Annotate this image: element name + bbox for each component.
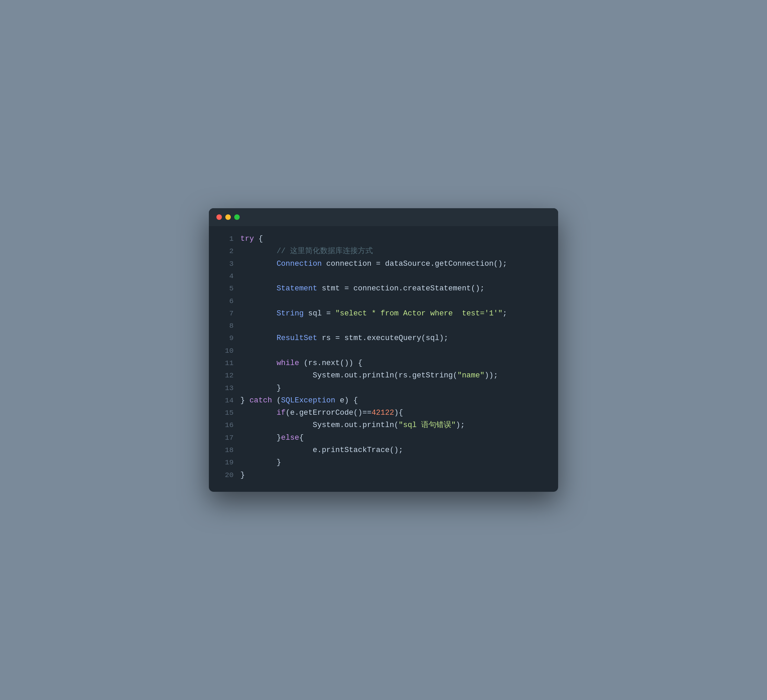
code-line-5: 5 Statement stmt = connection.createStat…: [209, 283, 558, 295]
code-line-7: 7 String sql = "select * from Actor wher…: [209, 307, 558, 320]
code-line-13: 13 }: [209, 382, 558, 395]
code-line-10: 10: [209, 345, 558, 357]
code-line-8: 8: [209, 320, 558, 332]
code-line-4: 4: [209, 270, 558, 283]
close-button[interactable]: [216, 215, 222, 220]
code-line-2: 2 // 这里简化数据库连接方式: [209, 245, 558, 258]
code-window: 1 try { 2 // 这里简化数据库连接方式 3 Connection co…: [209, 208, 558, 492]
code-line-9: 9 ResultSet rs = stmt.executeQuery(sql);: [209, 332, 558, 345]
code-line-19: 19 }: [209, 457, 558, 469]
minimize-button[interactable]: [225, 215, 231, 220]
titlebar: [209, 208, 558, 226]
code-line-11: 11 while (rs.next()) {: [209, 357, 558, 369]
code-editor: 1 try { 2 // 这里简化数据库连接方式 3 Connection co…: [209, 226, 558, 492]
code-line-1: 1 try {: [209, 233, 558, 245]
code-line-20: 20 }: [209, 469, 558, 482]
code-line-16: 16 System.out.println("sql 语句错误");: [209, 419, 558, 431]
code-line-6: 6: [209, 295, 558, 307]
code-line-18: 18 e.printStackTrace();: [209, 444, 558, 457]
code-line-15: 15 if(e.getErrorCode()==42122){: [209, 407, 558, 419]
code-line-12: 12 System.out.println(rs.getString("name…: [209, 369, 558, 382]
code-line-17: 17 }else{: [209, 432, 558, 444]
code-line-3: 3 Connection connection = dataSource.get…: [209, 258, 558, 270]
code-line-14: 14 } catch (SQLException e) {: [209, 395, 558, 407]
maximize-button[interactable]: [234, 215, 240, 220]
